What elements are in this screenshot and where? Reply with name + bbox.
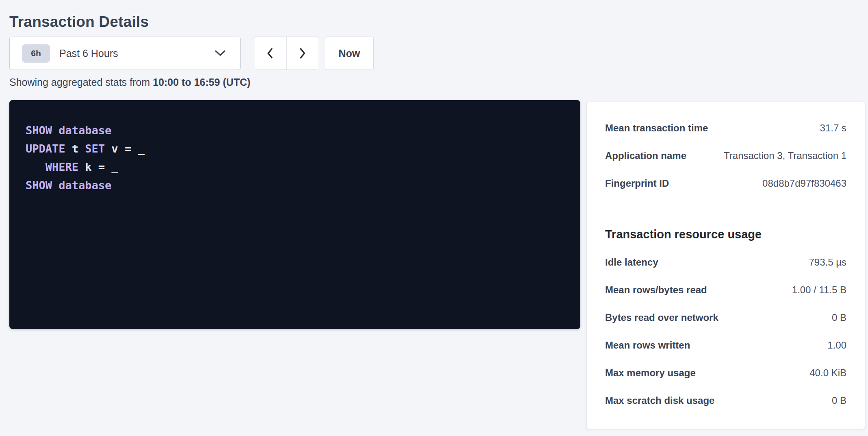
subtitle-time-range: 10:00 to 16:59 (UTC) <box>153 76 250 88</box>
sql-token <box>52 124 59 137</box>
stat-label: Application name <box>605 150 686 161</box>
resource-usage-section: Idle latency793.5 µsMean rows/bytes read… <box>605 257 846 407</box>
sql-line: WHERE k = _ <box>26 158 564 176</box>
stat-label: Bytes read over network <box>605 312 718 323</box>
transaction-details-card: Mean transaction time31.7 sApplication n… <box>586 102 865 429</box>
sql-line: SHOW database <box>26 176 564 194</box>
summary-stats-section: Mean transaction time31.7 sApplication n… <box>605 122 846 190</box>
transaction-details-page: Transaction Details 6h Past 6 Hours Now … <box>0 0 868 436</box>
stat-label: Idle latency <box>605 257 658 268</box>
time-range-badge: 6h <box>22 44 50 63</box>
resource-usage-heading: Transaction resource usage <box>605 228 846 241</box>
stat-row: Mean transaction time31.7 s <box>605 122 846 135</box>
next-time-button[interactable] <box>286 37 318 70</box>
chevron-right-icon <box>298 47 307 59</box>
sql-token: database <box>59 124 111 137</box>
time-picker-controls: 6h Past 6 Hours Now <box>9 37 374 70</box>
now-button[interactable]: Now <box>325 37 374 70</box>
stat-value: 0 B <box>832 395 846 406</box>
sql-token: SHOW <box>26 179 52 192</box>
stat-label: Max memory usage <box>605 367 696 379</box>
sql-line: UPDATE t SET v = _ <box>26 140 564 158</box>
sql-token <box>52 179 59 192</box>
stat-row: Fingerprint ID08d8b7d97f830463 <box>605 178 846 190</box>
sql-token: WHERE <box>46 161 78 173</box>
stat-value: Transaction 3, Transaction 1 <box>724 150 846 161</box>
stat-label: Fingerprint ID <box>605 178 669 189</box>
sql-token: UPDATE <box>26 142 65 155</box>
sql-token <box>26 161 46 173</box>
card-divider <box>605 208 846 208</box>
stat-value: 1.00 / 11.5 B <box>792 284 846 296</box>
sql-token: SET <box>85 142 105 155</box>
stat-row: Max scratch disk usage0 B <box>605 395 846 407</box>
chevron-left-icon <box>266 47 275 59</box>
stat-value: 0 B <box>832 312 846 323</box>
stat-label: Mean transaction time <box>605 122 708 134</box>
sql-token: database <box>59 179 111 192</box>
sql-line: SHOW database <box>26 121 564 140</box>
sql-token: t <box>65 142 85 155</box>
stat-row: Idle latency793.5 µs <box>605 257 846 269</box>
sql-token: k = _ <box>78 161 118 173</box>
stat-label: Mean rows/bytes read <box>605 284 707 296</box>
stat-row: Bytes read over network0 B <box>605 312 846 324</box>
stat-row: Mean rows written1.00 <box>605 340 846 352</box>
stat-label: Mean rows written <box>605 340 690 351</box>
time-range-label: Past 6 Hours <box>59 48 118 59</box>
sql-statement-box: SHOW databaseUPDATE t SET v = _ WHERE k … <box>9 100 580 329</box>
time-range-dropdown[interactable]: 6h Past 6 Hours <box>9 37 241 70</box>
sql-token: SHOW <box>26 124 52 137</box>
aggregated-stats-subtitle: Showing aggregated stats from 10:00 to 1… <box>9 76 250 88</box>
prev-time-button[interactable] <box>254 37 286 70</box>
stat-row: Max memory usage40.0 KiB <box>605 367 846 379</box>
stat-value: 1.00 <box>827 340 846 351</box>
time-nav-button-group <box>254 37 318 70</box>
sql-token: v = _ <box>105 142 145 155</box>
subtitle-prefix: Showing aggregated stats from <box>9 76 153 88</box>
stat-value: 31.7 s <box>820 122 846 134</box>
stat-value: 40.0 KiB <box>809 367 846 379</box>
page-title: Transaction Details <box>9 13 149 31</box>
stat-row: Mean rows/bytes read1.00 / 11.5 B <box>605 284 846 296</box>
stat-value: 793.5 µs <box>809 257 846 268</box>
stat-value: 08d8b7d97f830463 <box>762 178 846 189</box>
stat-label: Max scratch disk usage <box>605 395 714 406</box>
chevron-down-icon <box>215 50 226 57</box>
stat-row: Application nameTransaction 3, Transacti… <box>605 150 846 162</box>
